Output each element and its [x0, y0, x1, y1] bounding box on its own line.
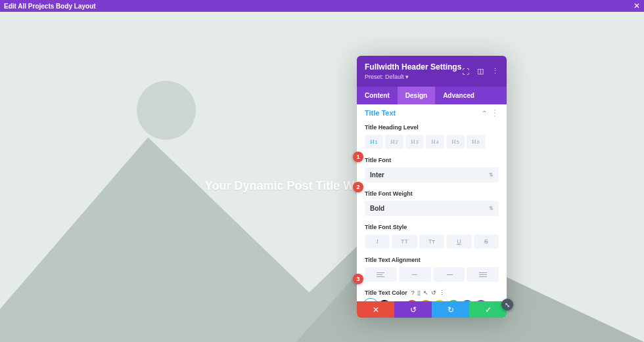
panel-header[interactable]: Fullwidth Header Settings Preset: Defaul… [357, 56, 507, 87]
heading-h1[interactable]: H1 [365, 135, 383, 149]
align-center-button[interactable] [399, 267, 431, 282]
underline-button[interactable]: U [446, 234, 471, 249]
callout-badge-3: 3 [353, 274, 363, 284]
panel-body: Title Text ⌃ ⋮ Title Heading Level H1 H2… [357, 104, 507, 301]
heading-h6[interactable]: H6 [467, 135, 485, 149]
field-color: Title Text Color ? ▯ ↖ ↺ ⋮ [357, 287, 507, 301]
swatch-orange[interactable] [420, 300, 432, 301]
heading-h5[interactable]: H5 [446, 135, 465, 149]
settings-panel: Fullwidth Header Settings Preset: Defaul… [357, 56, 507, 318]
field-weight: Title Font Weight Bold ⇅ [357, 188, 507, 221]
tab-content[interactable]: Content [357, 87, 398, 104]
align-label: Title Text Alignment [365, 257, 499, 263]
chevron-up-icon[interactable]: ⌃ [482, 110, 487, 117]
italic-button[interactable]: I [365, 234, 390, 249]
caret-icon: ⇅ [489, 205, 494, 211]
heading-h3[interactable]: H3 [405, 135, 424, 149]
heading-h4[interactable]: H4 [426, 135, 444, 149]
swatch-white[interactable] [392, 300, 404, 301]
smallcaps-button[interactable]: Tᴛ [419, 234, 444, 249]
mountain-shape [0, 12, 644, 342]
swatch-red[interactable] [406, 300, 418, 301]
topbar-title: Edit All Projects Body Layout [4, 3, 96, 10]
swatch-yellow[interactable] [434, 300, 446, 301]
color-label: Title Text Color [365, 289, 407, 296]
menu-icon[interactable]: ⋮ [492, 67, 499, 75]
help-icon[interactable]: ? [411, 289, 415, 296]
strikethrough-button[interactable]: S [474, 234, 499, 249]
expand-icon[interactable]: ⛶ [462, 68, 469, 75]
snap-icon[interactable]: ◫ [477, 67, 484, 75]
resize-handle[interactable]: ⤡ [501, 299, 513, 310]
tab-advanced[interactable]: Advanced [435, 87, 482, 104]
hover-icon[interactable]: ↖ [423, 289, 428, 296]
align-left-button[interactable] [365, 267, 397, 282]
field-style: Title Font Style I TT Tᴛ U S [357, 221, 507, 254]
font-value: Inter [370, 171, 384, 179]
more-icon[interactable]: ⋮ [439, 289, 445, 296]
panel-preset[interactable]: Preset: Default ▾ [365, 74, 461, 80]
section-menu-icon[interactable]: ⋮ [491, 108, 499, 118]
redo-button[interactable]: ↻ [432, 301, 469, 318]
swatch-black[interactable] [379, 300, 390, 301]
undo-button[interactable]: ↺ [394, 301, 432, 318]
close-icon[interactable]: ✕ [633, 1, 640, 11]
caret-icon: ⇅ [489, 172, 494, 178]
swatch-purple[interactable] [475, 300, 487, 301]
swatch-green[interactable] [448, 300, 459, 301]
tab-design[interactable]: Design [398, 87, 435, 104]
swatch-blue[interactable] [461, 300, 473, 301]
heading-h2[interactable]: H2 [385, 135, 403, 149]
phone-icon[interactable]: ▯ [417, 289, 421, 296]
panel-title: Fullwidth Header Settings [365, 62, 461, 72]
section-title: Title Text [365, 109, 396, 117]
hero-placeholder-image [0, 12, 644, 342]
top-bar: Edit All Projects Body Layout ✕ [0, 0, 644, 12]
callout-badge-1: 1 [353, 152, 363, 162]
weight-label: Title Font Weight [365, 190, 499, 197]
panel-tabs: Content Design Advanced [357, 87, 507, 104]
field-heading-level: Title Heading Level H1 H2 H3 H4 H5 H6 [357, 121, 507, 154]
swatch-current[interactable] [365, 300, 377, 301]
weight-value: Bold [370, 205, 384, 212]
callout-badge-2: 2 [353, 182, 363, 192]
color-swatches [365, 300, 499, 301]
sun-shape [137, 81, 196, 140]
panel-actions: ✕ ↺ ↻ ✓ [357, 301, 507, 318]
style-label: Title Font Style [365, 224, 499, 230]
font-select[interactable]: Inter ⇅ [365, 167, 499, 182]
field-alignment: Title Text Alignment [357, 254, 507, 287]
section-header[interactable]: Title Text ⌃ ⋮ [357, 104, 507, 121]
cancel-button[interactable]: ✕ [357, 301, 394, 318]
align-right-button[interactable] [433, 267, 465, 282]
canvas: Your Dynamic Post Title Will Display Her… [0, 12, 644, 342]
uppercase-button[interactable]: TT [392, 234, 417, 249]
align-justify-button[interactable] [467, 267, 499, 282]
font-label: Title Font [365, 157, 499, 163]
weight-select[interactable]: Bold ⇅ [365, 201, 499, 216]
reset-icon[interactable]: ↺ [431, 289, 436, 296]
panel-header-actions: ⛶ ◫ ⋮ [462, 67, 499, 75]
heading-level-label: Title Heading Level [365, 124, 499, 131]
field-font: Title Font Inter ⇅ [357, 154, 507, 188]
